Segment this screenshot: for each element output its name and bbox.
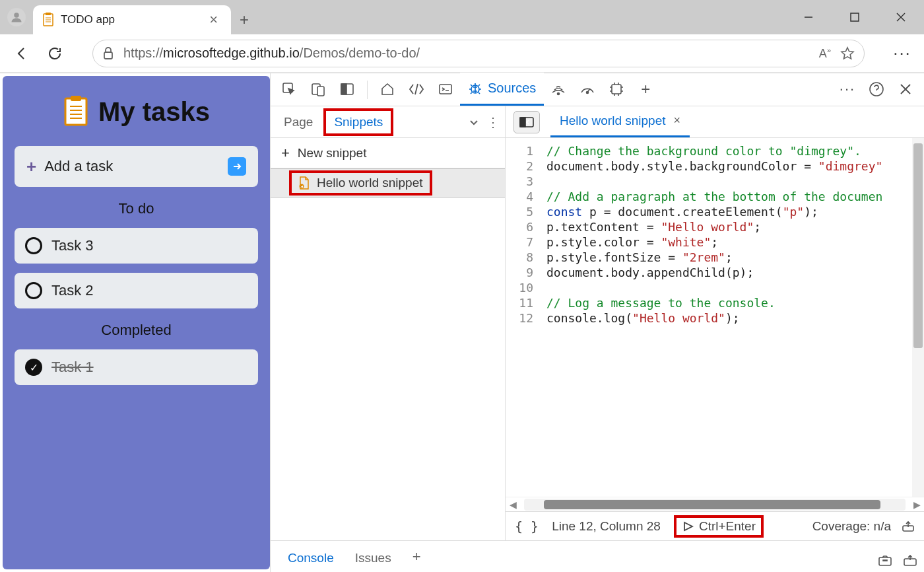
browser-tab[interactable]: TODO app × — [33, 5, 231, 34]
close-tab-button[interactable]: × — [205, 11, 222, 28]
svg-rect-7 — [851, 13, 859, 21]
circle-icon[interactable] — [25, 237, 42, 254]
devtools: Sources + ··· Page Snippets — [270, 73, 924, 572]
elements-icon[interactable] — [402, 73, 431, 106]
close-editor-tab-button[interactable]: × — [674, 114, 681, 127]
section-todo: To do — [15, 200, 258, 217]
task-label: Task 2 — [51, 282, 94, 299]
snippet-name: Hello world snippet — [317, 176, 423, 190]
devtools-editor: Hello world snippet × 123456789101112 //… — [506, 106, 924, 540]
svg-rect-12 — [71, 96, 81, 101]
network-icon[interactable] — [544, 73, 573, 106]
svg-rect-26 — [612, 85, 621, 94]
maximize-button[interactable] — [832, 0, 878, 34]
svg-point-24 — [558, 93, 560, 95]
close-devtools-button[interactable] — [891, 73, 920, 106]
vertical-scrollbar[interactable] — [912, 138, 924, 497]
read-aloud-icon[interactable]: A» — [819, 46, 831, 61]
app-title: My tasks — [98, 97, 210, 127]
task-label: Task 3 — [51, 237, 94, 254]
avatar-icon — [7, 8, 26, 26]
titlebar: TODO app × + — [0, 0, 924, 34]
editor-tab[interactable]: Hello world snippet × — [550, 106, 690, 137]
tab-title: TODO app — [61, 13, 115, 26]
more-tabs-button[interactable]: + — [631, 73, 660, 106]
run-hint: Ctrl+Enter — [699, 519, 756, 534]
back-button[interactable] — [7, 38, 37, 69]
memory-icon[interactable] — [602, 73, 631, 106]
dock-icon[interactable] — [333, 73, 362, 106]
editor-status-bar: { } Line 12, Column 28 Ctrl+Enter Covera… — [506, 511, 924, 540]
welcome-icon[interactable] — [373, 73, 402, 106]
circle-icon[interactable] — [25, 282, 42, 299]
code-editor[interactable]: 123456789101112 // Change the background… — [506, 138, 924, 497]
svg-rect-19 — [317, 87, 324, 96]
run-snippet-button[interactable]: Ctrl+Enter — [674, 515, 764, 538]
svg-rect-21 — [341, 84, 346, 94]
address-bar[interactable]: https://microsoftedge.github.io/Demos/de… — [92, 40, 865, 67]
coverage-label: Coverage: n/a — [812, 519, 891, 534]
close-window-button[interactable] — [878, 0, 924, 34]
scroll-right-icon[interactable]: ▶ — [909, 499, 924, 510]
upload-icon[interactable] — [902, 520, 915, 532]
sources-tab-label: Sources — [488, 81, 536, 96]
device-toggle-icon[interactable] — [304, 73, 333, 106]
drawer-expand-icon[interactable] — [903, 555, 917, 567]
cursor-position: Line 12, Column 28 — [552, 519, 661, 534]
task-item[interactable]: Task 2 — [15, 273, 258, 308]
editor-tab-label: Hello world snippet — [560, 114, 666, 128]
console-icon[interactable] — [431, 73, 460, 106]
drawer-camera-icon[interactable] — [878, 555, 892, 567]
task-label: Task 1 — [51, 359, 94, 376]
app-panel: My tasks + Add a task To do Task 3 Task … — [3, 76, 270, 569]
check-circle-icon[interactable]: ✓ — [25, 359, 42, 376]
scroll-left-icon[interactable]: ◀ — [506, 499, 520, 510]
sources-tab[interactable]: Sources — [460, 73, 544, 106]
submit-arrow-icon[interactable] — [228, 157, 246, 176]
horizontal-scrollbar[interactable]: ◀ ▶ — [506, 497, 924, 511]
profile-button[interactable] — [0, 0, 33, 34]
drawer-console-tab[interactable]: Console — [277, 544, 345, 572]
url-text: https://microsoftedge.github.io/Demos/de… — [123, 46, 420, 61]
clipboard-icon — [42, 13, 54, 27]
svg-rect-2 — [46, 13, 51, 15]
pretty-print-icon[interactable]: { } — [515, 518, 539, 534]
task-item[interactable]: Task 3 — [15, 228, 258, 264]
add-task-input[interactable]: + Add a task — [15, 146, 258, 187]
plus-icon: + — [281, 145, 290, 162]
kebab-icon[interactable]: ··· — [833, 73, 862, 106]
bug-icon — [468, 81, 482, 96]
svg-rect-11 — [65, 98, 86, 125]
svg-point-25 — [587, 92, 589, 94]
favorite-icon[interactable] — [840, 46, 855, 61]
help-icon[interactable] — [862, 73, 891, 106]
devtools-drawer: Console Issues + — [271, 540, 924, 572]
minimize-button[interactable] — [785, 0, 832, 34]
toggle-navigator-button[interactable] — [513, 111, 540, 133]
kebab-vertical-icon[interactable]: ⋮ — [486, 114, 500, 130]
page-subtab[interactable]: Page — [276, 111, 321, 133]
snippets-subtab[interactable]: Snippets — [323, 108, 393, 136]
more-button[interactable]: ··· — [887, 38, 917, 69]
drawer-add-tab[interactable]: + — [402, 542, 432, 572]
drawer-issues-tab[interactable]: Issues — [345, 544, 402, 572]
new-snippet-button[interactable]: + New snippet — [271, 138, 505, 168]
play-icon — [682, 520, 694, 532]
snippet-item[interactable]: Hello world snippet — [271, 168, 505, 197]
svg-point-0 — [14, 13, 19, 18]
svg-rect-35 — [883, 560, 887, 561]
new-tab-button[interactable]: + — [231, 5, 257, 34]
devtools-sidebar: Page Snippets ⋮ + New snippet — [271, 106, 506, 540]
new-snippet-label: New snippet — [298, 146, 367, 161]
snippet-file-icon — [298, 176, 310, 190]
task-item-completed[interactable]: ✓ Task 1 — [15, 349, 258, 385]
clipboard-icon — [63, 96, 89, 127]
browser-toolbar: https://microsoftedge.github.io/Demos/de… — [0, 34, 924, 73]
chevron-down-icon[interactable] — [468, 116, 480, 128]
performance-icon[interactable] — [573, 73, 602, 106]
refresh-button[interactable] — [40, 38, 70, 69]
devtools-toolbar: Sources + ··· — [271, 73, 924, 106]
code-content[interactable]: // Change the background color to "dimgr… — [540, 138, 912, 497]
lock-icon — [102, 47, 114, 60]
inspect-icon[interactable] — [275, 73, 304, 106]
